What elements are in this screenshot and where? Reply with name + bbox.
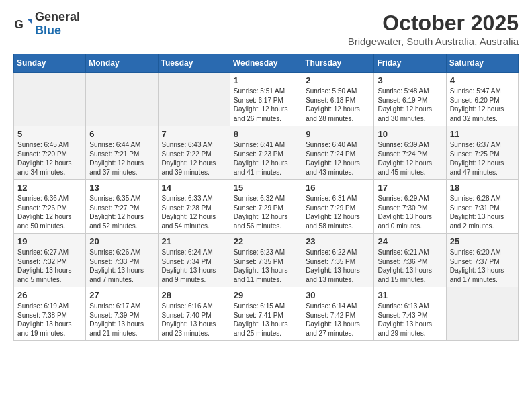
table-row: 25Sunrise: 6:20 AM Sunset: 7:37 PM Dayli…: [446, 234, 518, 287]
page: G General Blue October 2025 Bridgewater,…: [0, 0, 532, 411]
day-info: Sunrise: 6:20 AM Sunset: 7:37 PM Dayligh…: [450, 248, 515, 284]
table-row: 17Sunrise: 6:29 AM Sunset: 7:30 PM Dayli…: [374, 180, 446, 234]
table-row: 19Sunrise: 6:27 AM Sunset: 7:32 PM Dayli…: [14, 234, 86, 287]
day-number: 13: [89, 183, 154, 193]
day-info: Sunrise: 6:27 AM Sunset: 7:32 PM Dayligh…: [17, 248, 82, 284]
day-number: 2: [306, 75, 370, 85]
day-number: 26: [17, 290, 82, 300]
day-info: Sunrise: 6:13 AM Sunset: 7:43 PM Dayligh…: [378, 302, 442, 338]
day-info: Sunrise: 6:32 AM Sunset: 7:29 PM Dayligh…: [234, 194, 298, 230]
calendar-week-row: 1Sunrise: 5:51 AM Sunset: 6:17 PM Daylig…: [14, 73, 519, 126]
day-number: 14: [162, 183, 226, 193]
day-number: 5: [17, 129, 82, 139]
table-row: 28Sunrise: 6:16 AM Sunset: 7:40 PM Dayli…: [158, 287, 230, 341]
day-number: 25: [450, 236, 515, 246]
day-number: 21: [162, 236, 226, 246]
calendar-week-row: 19Sunrise: 6:27 AM Sunset: 7:32 PM Dayli…: [14, 234, 519, 287]
day-info: Sunrise: 6:24 AM Sunset: 7:34 PM Dayligh…: [162, 248, 226, 284]
table-row: [446, 287, 518, 341]
col-thursday: Thursday: [302, 54, 374, 73]
day-info: Sunrise: 6:21 AM Sunset: 7:36 PM Dayligh…: [378, 248, 442, 284]
day-number: 12: [17, 183, 82, 193]
logo-blue-text: Blue: [35, 24, 61, 37]
table-row: [86, 73, 158, 126]
day-number: 17: [378, 183, 442, 193]
table-row: 1Sunrise: 5:51 AM Sunset: 6:17 PM Daylig…: [230, 73, 302, 126]
day-info: Sunrise: 6:14 AM Sunset: 7:42 PM Dayligh…: [306, 302, 370, 338]
table-row: 21Sunrise: 6:24 AM Sunset: 7:34 PM Dayli…: [158, 234, 230, 287]
day-info: Sunrise: 6:44 AM Sunset: 7:21 PM Dayligh…: [89, 140, 154, 177]
day-info: Sunrise: 6:37 AM Sunset: 7:25 PM Dayligh…: [450, 140, 515, 177]
day-info: Sunrise: 6:43 AM Sunset: 7:22 PM Dayligh…: [162, 140, 226, 177]
day-info: Sunrise: 6:36 AM Sunset: 7:26 PM Dayligh…: [17, 194, 82, 230]
day-number: 20: [89, 236, 154, 246]
table-row: 12Sunrise: 6:36 AM Sunset: 7:26 PM Dayli…: [14, 180, 86, 234]
day-number: 28: [162, 290, 226, 300]
day-number: 8: [234, 129, 298, 139]
calendar-table: Sunday Monday Tuesday Wednesday Thursday…: [13, 54, 519, 341]
day-number: 1: [234, 75, 298, 85]
day-number: 19: [17, 236, 82, 246]
day-info: Sunrise: 5:50 AM Sunset: 6:18 PM Dayligh…: [306, 87, 370, 123]
table-row: 30Sunrise: 6:14 AM Sunset: 7:42 PM Dayli…: [302, 287, 374, 341]
table-row: 10Sunrise: 6:39 AM Sunset: 7:24 PM Dayli…: [374, 126, 446, 180]
day-number: 10: [378, 129, 442, 139]
table-row: [14, 73, 86, 126]
calendar-title: October 2025: [348, 11, 519, 36]
day-number: 30: [306, 290, 370, 300]
day-info: Sunrise: 6:26 AM Sunset: 7:33 PM Dayligh…: [89, 248, 154, 284]
logo-icon: G: [13, 15, 32, 34]
day-info: Sunrise: 6:35 AM Sunset: 7:27 PM Dayligh…: [89, 194, 154, 230]
table-row: 24Sunrise: 6:21 AM Sunset: 7:36 PM Dayli…: [374, 234, 446, 287]
day-number: 3: [378, 75, 442, 85]
table-row: 2Sunrise: 5:50 AM Sunset: 6:18 PM Daylig…: [302, 73, 374, 126]
table-row: 7Sunrise: 6:43 AM Sunset: 7:22 PM Daylig…: [158, 126, 230, 180]
day-info: Sunrise: 6:16 AM Sunset: 7:40 PM Dayligh…: [162, 302, 226, 338]
day-number: 24: [378, 236, 442, 246]
calendar-week-row: 12Sunrise: 6:36 AM Sunset: 7:26 PM Dayli…: [14, 180, 519, 234]
day-number: 15: [234, 183, 298, 193]
table-row: 15Sunrise: 6:32 AM Sunset: 7:29 PM Dayli…: [230, 180, 302, 234]
table-row: 5Sunrise: 6:45 AM Sunset: 7:20 PM Daylig…: [14, 126, 86, 180]
day-info: Sunrise: 6:28 AM Sunset: 7:31 PM Dayligh…: [450, 194, 515, 230]
logo-general-text: General: [35, 10, 80, 24]
col-friday: Friday: [374, 54, 446, 73]
col-wednesday: Wednesday: [230, 54, 302, 73]
day-info: Sunrise: 6:22 AM Sunset: 7:35 PM Dayligh…: [306, 248, 370, 284]
table-row: 27Sunrise: 6:17 AM Sunset: 7:39 PM Dayli…: [86, 287, 158, 341]
day-info: Sunrise: 5:48 AM Sunset: 6:19 PM Dayligh…: [378, 87, 442, 123]
table-row: 22Sunrise: 6:23 AM Sunset: 7:35 PM Dayli…: [230, 234, 302, 287]
table-row: 16Sunrise: 6:31 AM Sunset: 7:29 PM Dayli…: [302, 180, 374, 234]
day-info: Sunrise: 6:39 AM Sunset: 7:24 PM Dayligh…: [378, 140, 442, 177]
col-saturday: Saturday: [446, 54, 518, 73]
svg-marker-1: [27, 19, 32, 24]
day-number: 27: [89, 290, 154, 300]
table-row: 20Sunrise: 6:26 AM Sunset: 7:33 PM Dayli…: [86, 234, 158, 287]
day-number: 18: [450, 183, 515, 193]
day-number: 9: [306, 129, 370, 139]
day-number: 4: [450, 75, 515, 85]
day-info: Sunrise: 6:33 AM Sunset: 7:28 PM Dayligh…: [162, 194, 226, 230]
day-info: Sunrise: 6:31 AM Sunset: 7:29 PM Dayligh…: [306, 194, 370, 230]
day-number: 6: [89, 129, 154, 139]
table-row: 6Sunrise: 6:44 AM Sunset: 7:21 PM Daylig…: [86, 126, 158, 180]
table-row: 3Sunrise: 5:48 AM Sunset: 6:19 PM Daylig…: [374, 73, 446, 126]
table-row: 29Sunrise: 6:15 AM Sunset: 7:41 PM Dayli…: [230, 287, 302, 341]
calendar-week-row: 26Sunrise: 6:19 AM Sunset: 7:38 PM Dayli…: [14, 287, 519, 341]
day-info: Sunrise: 6:17 AM Sunset: 7:39 PM Dayligh…: [89, 302, 154, 338]
table-row: 8Sunrise: 6:41 AM Sunset: 7:23 PM Daylig…: [230, 126, 302, 180]
day-number: 7: [162, 129, 226, 139]
header: G General Blue October 2025 Bridgewater,…: [13, 11, 519, 47]
day-number: 23: [306, 236, 370, 246]
day-info: Sunrise: 6:41 AM Sunset: 7:23 PM Dayligh…: [234, 140, 298, 177]
day-info: Sunrise: 6:23 AM Sunset: 7:35 PM Dayligh…: [234, 248, 298, 284]
day-number: 16: [306, 183, 370, 193]
table-row: 14Sunrise: 6:33 AM Sunset: 7:28 PM Dayli…: [158, 180, 230, 234]
table-row: 31Sunrise: 6:13 AM Sunset: 7:43 PM Dayli…: [374, 287, 446, 341]
col-sunday: Sunday: [14, 54, 86, 73]
table-row: 9Sunrise: 6:40 AM Sunset: 7:24 PM Daylig…: [302, 126, 374, 180]
day-info: Sunrise: 6:40 AM Sunset: 7:24 PM Dayligh…: [306, 140, 370, 177]
day-number: 31: [378, 290, 442, 300]
day-info: Sunrise: 5:47 AM Sunset: 6:20 PM Dayligh…: [450, 87, 515, 123]
col-monday: Monday: [86, 54, 158, 73]
